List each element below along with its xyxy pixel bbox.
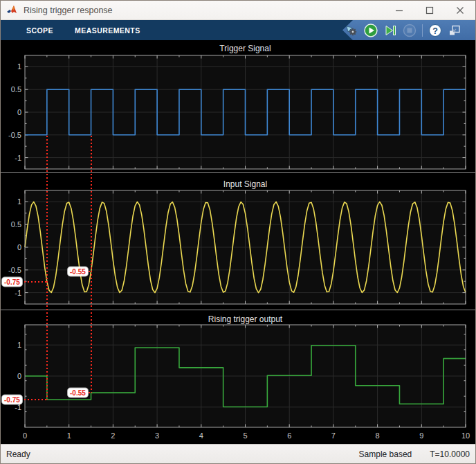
- sample-mode-label: Sample based: [359, 449, 412, 459]
- minimize-button[interactable]: [384, 1, 414, 19]
- dock-button[interactable]: [446, 22, 463, 39]
- help-icon: ?: [428, 23, 443, 38]
- matlab-logo-icon: [7, 6, 18, 15]
- svg-text:1: 1: [67, 431, 71, 440]
- window-title: Rising trigger response: [24, 6, 384, 15]
- run-button[interactable]: [363, 22, 379, 39]
- stop-button[interactable]: [401, 22, 418, 39]
- value-label-output-2: -0.55: [68, 389, 88, 398]
- step-forward-button[interactable]: [382, 22, 399, 39]
- svg-text:-1: -1: [15, 154, 21, 162]
- svg-text:10: 10: [461, 431, 470, 440]
- toolbar-separator: [422, 24, 423, 37]
- stop-icon: [402, 23, 417, 38]
- svg-text:0.5: 0.5: [11, 220, 21, 229]
- svg-text:7: 7: [331, 431, 336, 440]
- trigger-cursor-2[interactable]: [91, 136, 92, 393]
- value-label-output-1: -0.75: [2, 395, 22, 404]
- scope-display: 10.50-0.5-110.50-0.5-110-1012345678910 T…: [1, 40, 476, 445]
- sim-time-label: T=10.0000: [430, 449, 470, 459]
- scope-window: Rising trigger response SCOPE MEASUREMEN…: [0, 0, 476, 464]
- svg-text:-0.5: -0.5: [8, 266, 21, 274]
- step-forward-icon: [383, 23, 398, 38]
- value-label-input-2: -0.55: [68, 267, 88, 276]
- tab-scope[interactable]: SCOPE: [26, 26, 53, 35]
- scope-canvas[interactable]: 10.50-0.5-110.50-0.5-110-1012345678910: [1, 40, 476, 445]
- svg-text:-1: -1: [15, 403, 21, 411]
- dock-icon: [447, 23, 462, 38]
- svg-text:0: 0: [17, 243, 21, 251]
- svg-text:?: ?: [432, 26, 438, 35]
- value-label-input-1: -0.75: [2, 277, 22, 286]
- simulation-controls: ?: [342, 20, 475, 40]
- svg-text:0: 0: [23, 431, 27, 440]
- svg-text:1: 1: [17, 197, 21, 206]
- svg-text:3: 3: [155, 431, 159, 440]
- statusbar: Ready Sample based T=10.0000: [1, 444, 475, 463]
- help-button[interactable]: ?: [427, 22, 443, 39]
- toolstrip: SCOPE MEASUREMENTS: [1, 20, 475, 40]
- maximize-button[interactable]: [414, 1, 445, 19]
- svg-text:-0.5: -0.5: [8, 131, 21, 139]
- titlebar[interactable]: Rising trigger response: [1, 1, 475, 20]
- svg-text:0.5: 0.5: [11, 85, 21, 93]
- svg-text:9: 9: [419, 431, 423, 440]
- svg-text:1: 1: [17, 62, 21, 71]
- run-icon: [363, 23, 378, 38]
- svg-text:5: 5: [243, 431, 247, 440]
- svg-text:-1: -1: [15, 289, 21, 297]
- simulation-settings-icon: [344, 23, 359, 38]
- svg-text:0: 0: [17, 108, 21, 116]
- svg-text:8: 8: [376, 431, 380, 440]
- svg-text:4: 4: [199, 431, 203, 440]
- svg-text:2: 2: [111, 431, 115, 440]
- trigger-cursor-1[interactable]: [46, 136, 48, 400]
- svg-text:6: 6: [287, 431, 291, 440]
- simulation-settings-button[interactable]: [343, 22, 360, 39]
- svg-text:1: 1: [17, 341, 21, 349]
- status-text: Ready: [1, 449, 359, 459]
- tab-measurements[interactable]: MEASUREMENTS: [75, 26, 140, 35]
- svg-text:0: 0: [17, 372, 21, 380]
- close-button[interactable]: [445, 1, 475, 19]
